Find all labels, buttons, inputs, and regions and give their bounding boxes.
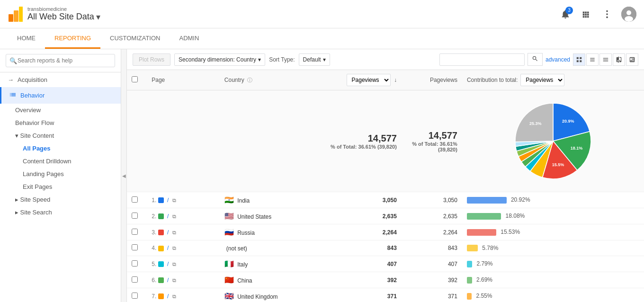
plot-rows-button[interactable]: Plot Rows <box>133 53 170 66</box>
row-checkbox[interactable] <box>132 293 138 299</box>
sidebar-content-drilldown[interactable]: Content Drilldown <box>0 155 121 168</box>
row-checkbox-cell <box>127 224 147 240</box>
sidebar-landing-pages[interactable]: Landing Pages <box>0 168 121 180</box>
header-pageviews-select: Pageviews ↓ <box>317 70 402 90</box>
row-country: 🇮🇹 Italy <box>220 256 317 272</box>
svg-point-7 <box>626 10 631 15</box>
sidebar-overview[interactable]: Overview <box>0 104 121 116</box>
row-page-external-icon[interactable]: ⧉ <box>172 277 176 283</box>
pie-label: 25.3% <box>529 121 542 126</box>
sidebar-site-search[interactable]: ▸ Site Search <box>0 206 121 219</box>
row-page-path[interactable]: / <box>167 261 169 267</box>
row-num-page: 5. / ⧉ <box>147 256 220 272</box>
view-grid-button[interactable] <box>573 53 585 66</box>
row-checkbox-cell <box>127 240 147 256</box>
row-page-path[interactable]: / <box>167 245 169 251</box>
row-pct-label: 2.69% <box>476 276 492 283</box>
row-pageviews-selected: 392 <box>317 272 402 288</box>
notification-badge: 3 <box>565 7 573 14</box>
nav-customization[interactable]: CUSTOMIZATION <box>100 29 170 49</box>
sidebar-collapse-handle[interactable]: ◀ <box>121 49 127 302</box>
sort-down-arrow-icon[interactable]: ↓ <box>394 77 397 83</box>
row-checkbox-cell <box>127 256 147 272</box>
nav-home[interactable]: HOME <box>8 29 45 49</box>
search-button[interactable] <box>528 53 543 66</box>
row-page-external-icon[interactable]: ⧉ <box>172 245 176 251</box>
nav-reporting[interactable]: REPORTING <box>45 29 100 49</box>
avatar[interactable] <box>621 7 636 22</box>
row-pct-label: 15.53% <box>501 229 520 235</box>
row-checkbox[interactable] <box>132 260 138 266</box>
row-page-path[interactable]: / <box>167 293 169 300</box>
row-contribution-bar: 15.53% <box>462 224 644 240</box>
view-bar-button[interactable] <box>586 53 599 66</box>
row-pageviews: 371 <box>402 288 462 302</box>
grid-icon[interactable] <box>580 8 593 21</box>
country-info-icon[interactable]: ⓘ <box>247 77 252 83</box>
row-number: 1. <box>152 197 156 204</box>
sidebar-behavior-flow[interactable]: Behavior Flow <box>0 116 121 129</box>
sidebar-all-pages[interactable]: All Pages <box>0 142 121 155</box>
sidebar-site-speed[interactable]: ▸ Site Speed <box>0 193 121 206</box>
total-pie-chart: 20.9%18.1%15.5%25.3% <box>462 90 644 192</box>
country-flag-icon: 🇬🇧 <box>224 292 234 300</box>
behavior-icon <box>9 91 17 100</box>
contribution-metric-select[interactable]: Pageviews <box>520 74 564 86</box>
data-table-container: Page Country ⓘ Pageviews ↓ <box>127 70 644 302</box>
header-contribution: Contribution to total: Pageviews <box>462 70 644 90</box>
country-flag-icon: 🇺🇸 <box>224 212 234 220</box>
select-all-checkbox[interactable] <box>132 76 138 82</box>
nav-admin[interactable]: ADMIN <box>170 29 208 49</box>
sidebar-acquisition-label: Acquisition <box>18 76 47 83</box>
row-country: 🇨🇳 China <box>220 272 317 288</box>
sidebar-search-input[interactable] <box>6 54 115 67</box>
view-list-button[interactable] <box>599 53 612 66</box>
site-name: transbiomedicine <box>27 6 100 12</box>
secondary-dimension-select[interactable]: Secondary dimension: Country ▾ <box>174 53 265 66</box>
bell-icon[interactable]: 3 <box>559 8 572 21</box>
row-page-external-icon[interactable]: ⧉ <box>172 293 176 299</box>
header-checkbox-cell <box>127 70 147 90</box>
svg-rect-1 <box>14 10 18 22</box>
row-number: 3. <box>152 229 156 236</box>
dropdown-arrow[interactable]: ▾ <box>96 12 100 22</box>
pageviews-metric-select[interactable]: Pageviews <box>347 74 391 86</box>
country-flag-icon: 🇮🇳 <box>224 196 234 204</box>
row-page-path[interactable]: / <box>167 277 169 284</box>
row-checkbox[interactable] <box>132 276 138 283</box>
row-page-external-icon[interactable]: ⧉ <box>172 261 176 267</box>
sidebar-item-behavior[interactable]: Behavior <box>0 87 121 104</box>
more-vert-icon[interactable] <box>600 8 614 21</box>
sidebar-site-content[interactable]: ▾ Site Content <box>0 129 121 142</box>
svg-point-8 <box>625 16 633 22</box>
sidebar-exit-pages[interactable]: Exit Pages <box>0 180 121 193</box>
row-page-external-icon[interactable]: ⧉ <box>172 197 176 203</box>
ga-logo <box>8 6 23 23</box>
total-pageviews-selected: 14,577 % of Total: 36.61% (39,820) <box>317 90 402 192</box>
row-contribution-bar: 5.78% <box>462 240 644 256</box>
advanced-link[interactable]: advanced <box>546 56 570 63</box>
view-pivot-button[interactable] <box>626 53 638 66</box>
row-color-dot <box>158 197 164 203</box>
row-country: 🇬🇧 United Kingdom <box>220 288 317 302</box>
row-page-external-icon[interactable]: ⧉ <box>172 213 176 219</box>
row-color-dot <box>158 213 164 219</box>
row-checkbox[interactable] <box>132 213 138 219</box>
row-page-external-icon[interactable]: ⧉ <box>172 230 176 235</box>
table-search-input[interactable] <box>439 53 525 66</box>
row-checkbox[interactable] <box>132 229 138 235</box>
view-compare-button[interactable] <box>613 53 625 66</box>
row-pct-label: 2.55% <box>476 293 492 299</box>
row-checkbox[interactable] <box>132 244 138 250</box>
sort-type-select[interactable]: Default ▾ <box>299 53 330 66</box>
row-page-path[interactable]: / <box>167 197 169 204</box>
row-pct-label: 2.79% <box>476 260 492 267</box>
table-row: 3. / ⧉ 🇷🇺 Russia 2,264 2,264 15.53% <box>127 224 644 240</box>
row-page-path[interactable]: / <box>167 213 169 220</box>
sidebar-item-acquisition[interactable]: → Acquisition <box>0 72 121 87</box>
row-number: 5. <box>152 261 156 267</box>
row-page-path[interactable]: / <box>167 229 169 236</box>
sort-arrow-icon: ▾ <box>323 56 326 63</box>
country-name: India <box>237 197 250 204</box>
row-checkbox[interactable] <box>132 196 138 203</box>
